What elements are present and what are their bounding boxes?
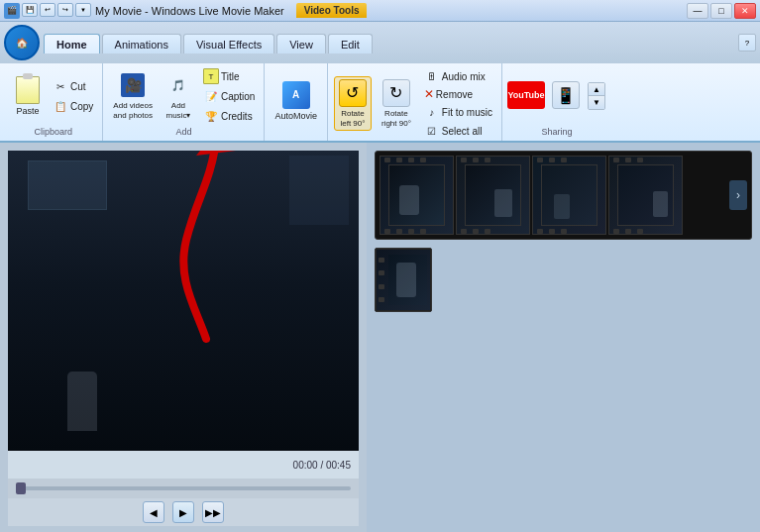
film-frame-3[interactable] [532, 156, 606, 235]
cut-button[interactable]: ✂ Cut [50, 77, 96, 95]
hole [613, 229, 619, 234]
automovie-button[interactable]: A AutoMovie [271, 79, 321, 124]
youtube-button[interactable]: YouTube [508, 79, 544, 113]
tab-edit[interactable]: Edit [328, 34, 373, 53]
select-all-icon: ☑ [424, 123, 440, 139]
sharing-scroll-up[interactable]: ▲ [589, 83, 604, 96]
tab-animations[interactable]: Animations [102, 34, 181, 53]
caption-icon: 📝 [203, 88, 219, 104]
film-hole [379, 270, 384, 275]
select-all-button[interactable]: ☑ Select all [421, 122, 495, 140]
tab-home[interactable]: Home [44, 34, 100, 53]
timeline-thumb[interactable] [16, 482, 26, 494]
sharing-items: YouTube 📱 ▲ ▼ [508, 67, 605, 125]
maximize-button[interactable]: □ [710, 3, 732, 19]
hole [637, 229, 643, 234]
title-bar-left: 🎬 💾 ↩ ↪ ▼ My Movie - Windows Live Movie … [4, 3, 367, 19]
remove-button[interactable]: ✕ Remove [421, 86, 495, 102]
close-button[interactable]: ✕ [734, 3, 756, 19]
video-preview [8, 151, 359, 451]
rotate-right-button[interactable]: ↻ Rotateright 90° [378, 77, 415, 130]
hole [485, 158, 490, 162]
add-music-button[interactable]: 🎵 Addmusic▾ [161, 69, 196, 122]
hole [549, 229, 555, 234]
filmstrip-main: › [375, 151, 752, 240]
ribbon-group-automovie: A AutoMovie [265, 63, 328, 141]
window-title: My Movie - Windows Live Movie Maker [95, 5, 284, 17]
rotate-left-button[interactable]: ↺ Rotateleft 90° [334, 76, 372, 131]
frame-content-2 [465, 164, 521, 226]
hole [396, 158, 402, 162]
video-controls-bar: 00:00 / 00:45 [8, 451, 359, 479]
film-frame-2[interactable] [456, 156, 530, 235]
title-caption-credits: T Title 📝 Caption 🏆 Credits [200, 67, 258, 125]
timeline-track[interactable] [16, 486, 351, 490]
cut-icon: ✂ [53, 78, 68, 94]
add-music-icon: 🎵 [164, 71, 192, 99]
cut-copy-group: ✂ Cut 📋 Copy [50, 77, 96, 115]
credits-icon: 🏆 [203, 108, 219, 124]
sharing-scroll-down[interactable]: ▼ [589, 96, 604, 109]
home-orb-button[interactable]: 🏠 [4, 25, 40, 60]
hole [461, 229, 467, 234]
minimize-button[interactable]: — [687, 3, 708, 19]
hole [537, 158, 543, 162]
tab-visual-effects[interactable]: Visual Effects [183, 34, 274, 53]
hole [408, 158, 414, 162]
credits-button[interactable]: 🏆 Credits [200, 107, 258, 125]
add-label: Add [175, 127, 191, 137]
automovie-icon: A [282, 81, 310, 109]
ribbon-help-btn[interactable]: ? [738, 34, 756, 52]
dropdown-quick-btn[interactable]: ▼ [75, 3, 91, 17]
prev-frame-button[interactable]: ◀ [143, 501, 164, 523]
figure-1 [399, 185, 419, 215]
paste-button[interactable]: Paste [10, 74, 46, 119]
add-videos-button[interactable]: 🎥 Add videosand photos [109, 69, 157, 122]
video-tools-tab[interactable]: Video Tools [296, 3, 368, 18]
filmstrip-next-button[interactable]: › [729, 180, 747, 210]
holes-top-4 [609, 157, 682, 162]
redo-quick-btn[interactable]: ↪ [57, 3, 73, 17]
title-bar-icons: 🎬 💾 ↩ ↪ ▼ [4, 3, 91, 19]
next-frame-button[interactable]: ▶▶ [202, 501, 224, 523]
title-icon: T [203, 68, 219, 84]
single-film-thumb[interactable] [375, 248, 432, 312]
remove-icon: ✕ [424, 87, 434, 101]
film-frame-1[interactable] [380, 156, 454, 235]
undo-quick-btn[interactable]: ↩ [40, 3, 55, 17]
save-quick-btn[interactable]: 💾 [22, 3, 38, 17]
holes-bottom-4 [609, 228, 682, 234]
share-btn-2[interactable]: 📱 [548, 79, 584, 113]
hole [637, 158, 643, 162]
audio-mix-icon: 🎚 [424, 68, 440, 84]
hole [485, 229, 490, 234]
hole [384, 229, 390, 234]
audio-mix-button[interactable]: 🎚 Audio mix [421, 67, 495, 85]
caption-button[interactable]: 📝 Caption [200, 87, 258, 105]
rotate-left-icon: ↺ [339, 79, 367, 107]
hole [561, 158, 567, 162]
rotate-right-label: Rotateright 90° [381, 109, 411, 128]
ribbon-group-clipboard: Paste ✂ Cut 📋 Copy Clipboard [4, 63, 103, 141]
ribbon-group-add: 🎥 Add videosand photos 🎵 Addmusic▾ T Tit… [103, 63, 265, 141]
ribbon-group-sharing: YouTube 📱 ▲ ▼ Sharing [502, 63, 611, 141]
film-hole [379, 284, 384, 289]
room-element-1 [28, 160, 107, 210]
share-2-icon: 📱 [552, 81, 580, 109]
youtube-icon: YouTube [512, 81, 540, 109]
hole [408, 229, 414, 234]
fit-music-button[interactable]: ♪ Fit to music [421, 103, 495, 121]
play-button[interactable]: ▶ [172, 501, 194, 523]
film-frame-4[interactable] [608, 156, 683, 235]
copy-button[interactable]: 📋 Copy [50, 97, 96, 115]
rotate-left-label: Rotateleft 90° [340, 109, 365, 128]
sharing-scroll: ▲ ▼ [588, 82, 605, 110]
editing-small-buttons: 🎚 Audio mix ✕ Remove ♪ Fit to music ☑ Se… [421, 67, 495, 140]
title-button[interactable]: T Title [200, 67, 258, 85]
sharing-label: Sharing [541, 127, 572, 137]
frame-content-4 [617, 164, 674, 226]
rotate-right-icon: ↻ [382, 79, 410, 107]
tab-view[interactable]: View [276, 34, 326, 53]
timeline-bar[interactable] [8, 479, 359, 498]
main-area: 00:00 / 00:45 ◀ ▶ ▶▶ [0, 143, 760, 532]
